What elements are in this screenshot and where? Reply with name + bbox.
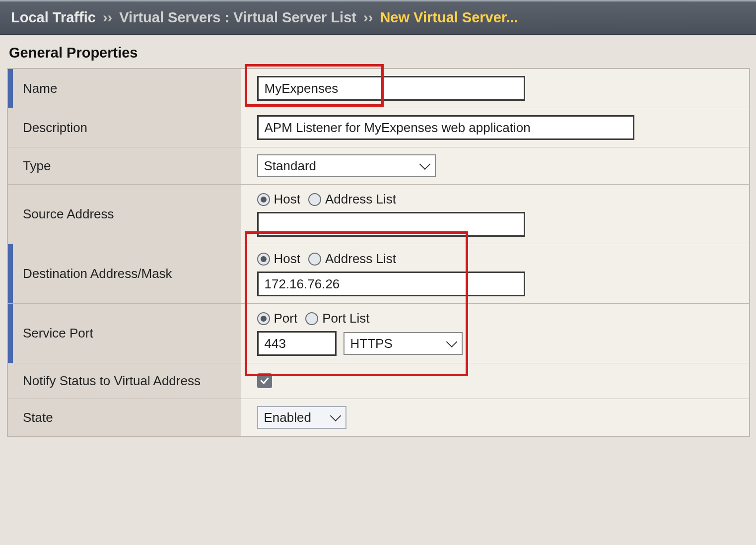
- breadcrumb-item-active: New Virtual Server...: [380, 9, 518, 25]
- name-input[interactable]: [257, 76, 525, 101]
- label-name: Name: [23, 81, 57, 96]
- port-radio[interactable]: [257, 312, 270, 325]
- breadcrumb-separator-icon: ››: [360, 9, 376, 25]
- description-input[interactable]: [257, 115, 634, 140]
- breadcrumb-separator-icon: ››: [100, 9, 115, 25]
- state-select[interactable]: Enabled: [257, 406, 346, 429]
- source-address-list-radio[interactable]: [308, 193, 321, 206]
- port-input[interactable]: [257, 331, 337, 356]
- destination-host-radio[interactable]: [257, 253, 270, 266]
- radio-label-port: Port: [274, 311, 298, 326]
- destination-address-list-radio[interactable]: [308, 253, 321, 266]
- radio-label-host: Host: [274, 192, 300, 207]
- radio-label-address-list: Address List: [325, 251, 396, 267]
- label-state: State: [23, 410, 53, 425]
- radio-label-port-list: Port List: [322, 311, 369, 326]
- source-host-radio[interactable]: [257, 193, 270, 206]
- radio-label-host: Host: [274, 251, 300, 267]
- source-address-input[interactable]: [257, 212, 525, 237]
- label-destination: Destination Address/Mask: [23, 266, 172, 281]
- check-icon: [260, 376, 270, 386]
- breadcrumb-item[interactable]: Local Traffic: [11, 9, 96, 25]
- breadcrumb: Local Traffic ›› Virtual Servers : Virtu…: [0, 0, 756, 35]
- section-title: General Properties: [0, 35, 756, 68]
- notify-checkbox[interactable]: [257, 373, 272, 388]
- label-source-address: Source Address: [23, 206, 114, 221]
- destination-input[interactable]: [257, 272, 525, 296]
- label-type: Type: [23, 158, 51, 173]
- label-service-port: Service Port: [23, 326, 93, 341]
- general-properties-table: Name Description Type Standard Source Ad…: [7, 68, 750, 437]
- protocol-select[interactable]: HTTPS: [344, 332, 463, 355]
- type-select[interactable]: Standard: [257, 154, 436, 177]
- radio-label-address-list: Address List: [325, 192, 396, 207]
- label-description: Description: [23, 120, 87, 135]
- breadcrumb-item[interactable]: Virtual Servers : Virtual Server List: [119, 9, 356, 25]
- port-list-radio[interactable]: [305, 312, 318, 325]
- label-notify: Notify Status to Virtual Address: [23, 373, 201, 388]
